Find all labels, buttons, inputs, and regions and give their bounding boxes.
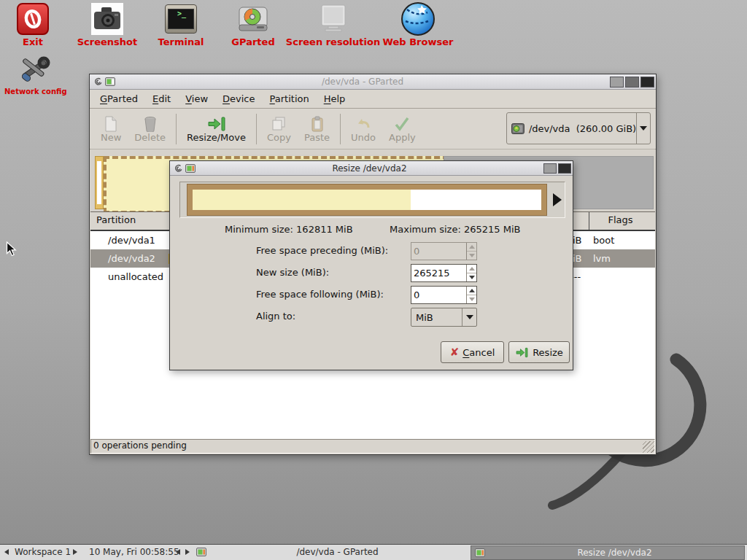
resize-arrow-icon — [515, 347, 529, 358]
dialog-maximize-button[interactable] — [543, 163, 557, 174]
desktop-icon-label: Network config — [4, 88, 64, 96]
desktop-icon-exit[interactable]: Exit — [12, 1, 53, 47]
spin-buttons[interactable] — [466, 265, 476, 281]
spin-down-icon[interactable] — [467, 295, 476, 303]
desktop-icon-label: Exit — [12, 36, 53, 47]
main-window-titlebar[interactable]: /dev/vda - GParted — [90, 74, 656, 90]
device-selector-value: /dev/vda (260.00 GiB) — [529, 123, 636, 134]
spin-up-icon[interactable] — [467, 243, 476, 252]
desktop-icon-label: Screen resolution — [280, 36, 386, 47]
resize-slider-frame[interactable] — [187, 184, 547, 216]
align-to-dropdown[interactable]: MiB — [411, 308, 477, 327]
maximize-button[interactable] — [625, 77, 639, 88]
toolbar-separator — [340, 114, 341, 144]
window-title: /dev/vda - GParted — [115, 77, 610, 87]
dialog-titlebar[interactable]: Resize /dev/vda2 — [170, 161, 573, 176]
desktop: Exit Screenshot >_ Terminal GParted Scre… — [0, 0, 747, 560]
spin-buttons[interactable] — [466, 243, 476, 260]
desktop-icon-gparted[interactable]: GParted — [224, 1, 282, 47]
resize-grip[interactable] — [643, 441, 654, 453]
workspace-next-button[interactable] — [73, 545, 77, 559]
menu-view[interactable]: View — [178, 91, 215, 106]
free-space-following-input[interactable] — [411, 287, 466, 303]
new-document-icon — [104, 114, 118, 132]
free-space-preceding-field[interactable] — [411, 242, 477, 260]
workspace-prev-button[interactable] — [4, 545, 9, 559]
column-header-partition[interactable]: Partition — [96, 214, 136, 225]
camera-icon — [72, 1, 142, 36]
undo-button[interactable]: Undo — [344, 114, 382, 144]
terminal-icon: >_ — [148, 1, 214, 36]
taskbar-task-gparted[interactable]: /dev/vda - GParted — [193, 545, 468, 559]
spin-down-icon[interactable] — [467, 273, 476, 281]
globe-icon — [375, 1, 461, 36]
new-size-input[interactable] — [411, 265, 466, 281]
minimum-size-label: Minimum size: 162811 MiB — [225, 221, 353, 238]
free-space-preceding-input[interactable] — [411, 243, 466, 260]
desktop-icon-terminal[interactable]: >_ Terminal — [148, 1, 214, 47]
resize-slider[interactable] — [179, 182, 565, 218]
taskbar-task-resize-dialog[interactable]: Resize /dev/vda2 — [471, 545, 745, 560]
resize-dialog: Resize /dev/vda2 Minimum size: 162811 Mi… — [169, 160, 573, 370]
trash-icon — [143, 114, 158, 132]
desktop-icon-screenshot[interactable]: Screenshot — [72, 1, 142, 47]
workspace-label: Workspace 1 — [15, 545, 71, 559]
new-button[interactable]: New — [94, 114, 128, 144]
copy-button[interactable]: Copy — [260, 114, 298, 144]
desktop-icon-label: Screenshot — [72, 36, 142, 47]
disk-icon — [511, 123, 525, 134]
chevron-down-icon — [640, 126, 647, 131]
copy-icon — [271, 114, 287, 132]
toolbar-separator — [176, 114, 177, 144]
resize-move-button[interactable]: Resize/Move — [180, 114, 252, 144]
tasklist-prev-button[interactable] — [176, 545, 180, 559]
menu-partition[interactable]: Partition — [263, 91, 317, 106]
dialog-close-button[interactable] — [558, 163, 571, 174]
swirl-icon — [174, 164, 182, 173]
arrow-left-icon — [176, 549, 180, 555]
spin-up-icon[interactable] — [467, 265, 476, 273]
tools-icon — [4, 52, 64, 88]
new-size-field[interactable] — [411, 264, 477, 282]
arrow-right-icon — [185, 549, 190, 555]
menu-help[interactable]: Help — [317, 91, 353, 106]
paste-button[interactable]: Paste — [298, 114, 336, 144]
menu-gparted[interactable]: GParted — [93, 91, 145, 106]
gparted-window-icon — [185, 164, 196, 173]
desktop-icon-label: Terminal — [148, 36, 214, 47]
maximum-size-label: Maximum size: 265215 MiB — [390, 221, 520, 238]
cancel-x-icon: ✘ — [450, 346, 460, 359]
taskbar: Workspace 1 10 May, Fri 00:58:55 /dev/vd… — [0, 544, 747, 560]
align-to-label: Align to: — [256, 308, 295, 324]
mouse-cursor — [6, 241, 17, 257]
free-space-following-label: Free space following (MiB): — [256, 286, 384, 303]
partition-box-vda1[interactable] — [95, 156, 104, 209]
gparted-disk-icon — [224, 1, 282, 36]
tasklist-next-button[interactable] — [185, 545, 190, 559]
desktop-icon-label: Web Browser — [375, 36, 461, 47]
desktop-icon-screen-resolution[interactable]: Screen resolution — [280, 1, 386, 47]
minimize-button[interactable] — [610, 77, 624, 88]
desktop-icon-label: GParted — [224, 36, 282, 47]
spin-up-icon[interactable] — [467, 287, 476, 295]
close-button[interactable] — [640, 77, 654, 88]
column-header-flags[interactable]: Flags — [589, 214, 651, 225]
menu-device[interactable]: Device — [215, 91, 262, 106]
dropdown-arrow[interactable] — [462, 308, 476, 326]
spin-down-icon[interactable] — [467, 252, 476, 260]
menu-edit[interactable]: Edit — [145, 91, 178, 106]
new-size-label: New size (MiB): — [256, 264, 329, 281]
apply-button[interactable]: Apply — [382, 114, 422, 144]
menubar: GParted Edit View Device Partition Help — [90, 90, 656, 109]
desktop-icon-network-config[interactable]: Network config — [4, 52, 64, 96]
free-space-following-field[interactable] — [411, 286, 477, 304]
cancel-button[interactable]: ✘ Cancel — [441, 341, 504, 363]
desktop-icon-web-browser[interactable]: Web Browser — [375, 1, 461, 47]
device-selector[interactable]: /dev/vda (260.00 GiB) — [506, 112, 651, 144]
arrow-left-icon — [4, 549, 9, 555]
resize-right-handle-icon[interactable] — [553, 193, 562, 206]
spin-buttons[interactable] — [466, 287, 476, 303]
resize-button[interactable]: Resize — [508, 341, 570, 363]
delete-button[interactable]: Delete — [128, 114, 172, 144]
device-dropdown-arrow[interactable] — [636, 113, 650, 144]
